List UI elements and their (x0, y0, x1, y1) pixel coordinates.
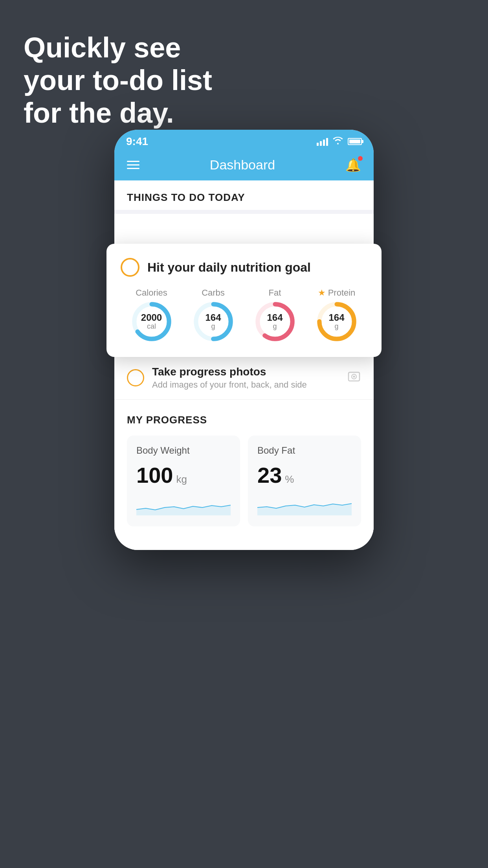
body-fat-value-row: 23 % (257, 462, 352, 488)
nav-bar: Dashboard 🔔 (114, 151, 374, 180)
body-fat-card[interactable]: Body Fat 23 % (248, 436, 361, 526)
svg-marker-6 (136, 505, 231, 515)
body-weight-value: 100 (136, 462, 173, 488)
calories-donut: 2000 cal (132, 302, 171, 341)
photo-icon (347, 369, 361, 386)
carbs-donut: 164 g (194, 302, 233, 341)
signal-icon (317, 137, 328, 146)
progress-header: MY PROGRESS (127, 414, 361, 426)
body-weight-title: Body Weight (136, 445, 231, 456)
calories-value: 2000 (141, 313, 162, 322)
protein-value: 164 (328, 313, 344, 322)
body-weight-unit: kg (176, 473, 187, 485)
protein-item: ★ Protein 164 g (317, 288, 356, 341)
progress-cards: Body Weight 100 kg Body Fat 23 % (127, 436, 361, 542)
nutrition-card: Hit your daily nutrition goal Calories 2… (106, 244, 382, 357)
app-content: THINGS TO DO TODAY Running Track your st… (114, 180, 374, 550)
body-fat-value: 23 (257, 462, 282, 488)
things-to-do-header: THINGS TO DO TODAY (114, 180, 374, 210)
protein-unit: g (334, 322, 338, 331)
status-time: 9:41 (126, 135, 148, 148)
carbs-value: 164 (205, 313, 221, 322)
battery-icon (348, 138, 362, 145)
notification-bell-icon[interactable]: 🔔 (345, 158, 361, 173)
notification-dot (358, 156, 363, 161)
body-weight-chart (136, 496, 231, 515)
todo-circle-photos (127, 369, 144, 386)
calories-label: Calories (136, 288, 167, 298)
body-fat-chart (257, 496, 352, 515)
nutrition-circles: Calories 2000 cal Carbs (121, 288, 367, 341)
calories-item: Calories 2000 cal (132, 288, 171, 341)
headline: Quickly see your to-do list for the day. (24, 31, 212, 129)
protein-label: Protein (328, 288, 356, 298)
fat-donut: 164 g (255, 302, 295, 341)
body-fat-title: Body Fat (257, 445, 352, 456)
todo-text-photos: Take progress photos Add images of your … (152, 366, 347, 390)
star-icon: ★ (318, 288, 326, 298)
status-right-icons (317, 136, 362, 147)
todo-item-photos[interactable]: Take progress photos Add images of your … (114, 356, 374, 400)
fat-unit: g (273, 322, 277, 331)
card-check-circle (121, 258, 139, 277)
hamburger-menu[interactable] (127, 161, 139, 169)
status-bar: 9:41 (114, 130, 374, 151)
fat-label: Fat (269, 288, 281, 298)
body-weight-card[interactable]: Body Weight 100 kg (127, 436, 240, 526)
body-weight-value-row: 100 kg (136, 462, 231, 488)
nav-title: Dashboard (210, 157, 275, 173)
svg-marker-7 (257, 504, 352, 515)
carbs-item: Carbs 164 g (194, 288, 233, 341)
fat-value: 164 (267, 313, 283, 322)
wifi-icon (333, 136, 343, 147)
card-title-row: Hit your daily nutrition goal (121, 258, 367, 277)
svg-point-5 (353, 376, 355, 378)
calories-unit: cal (147, 322, 156, 331)
protein-donut: 164 g (317, 302, 356, 341)
carbs-unit: g (211, 322, 215, 331)
body-fat-unit: % (285, 473, 294, 485)
protein-label-row: ★ Protein (318, 288, 356, 298)
phone-bottom (114, 542, 374, 550)
carbs-label: Carbs (202, 288, 225, 298)
card-title: Hit your daily nutrition goal (147, 260, 311, 275)
fat-item: Fat 164 g (255, 288, 295, 341)
progress-section: MY PROGRESS Body Weight 100 kg Body Fat (114, 400, 374, 542)
